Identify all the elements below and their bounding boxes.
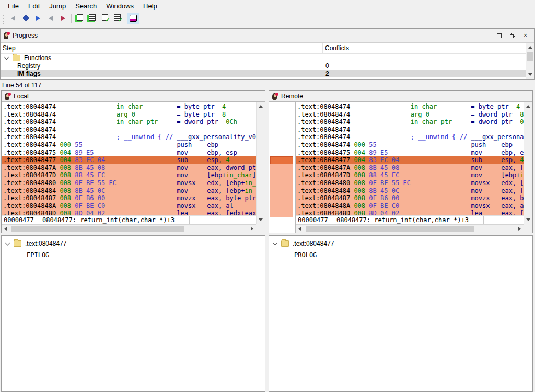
app-icon xyxy=(3,32,10,39)
disasm-line[interactable]: .text:0804848A 008 0F BE C0 movsx eax, a… xyxy=(2,202,256,210)
nav-sphere-icon[interactable] xyxy=(19,13,32,24)
progress-tree: Step Conflicts FunctionsRegistry0IM flag… xyxy=(1,42,534,79)
tree-rows: FunctionsRegistry0IM flags2 xyxy=(1,54,534,79)
remote-pane-title: Remote xyxy=(281,93,303,100)
folder-icon xyxy=(14,240,21,247)
disasm-line[interactable]: .text:0804847D 008 88 45 FC mov [ebp+in_… xyxy=(296,171,524,179)
disasm-line[interactable]: .text:0804848D 008 8D 04 02 lea eax, [ed… xyxy=(2,210,256,215)
remote-status-bar: 00000477 08048477: return_int(char,char … xyxy=(296,215,524,224)
remote-horizontal-scrollbar[interactable] xyxy=(296,224,524,233)
maximize-button[interactable] xyxy=(496,33,502,39)
remote-listing-area[interactable]: .text:08048474 in_char = byte ptr -4.tex… xyxy=(296,102,532,233)
column-conflicts[interactable]: Conflicts xyxy=(323,43,351,53)
chevron-down-icon[interactable] xyxy=(4,54,9,60)
disasm-line[interactable]: .text:08048477 004 83 EC 04 sub esp, 4 xyxy=(2,156,256,164)
disasm-line[interactable]: .text:08048484 008 8B 45 0C mov eax, [eb… xyxy=(296,187,524,195)
toolbar-separator xyxy=(71,14,72,23)
disasm-line[interactable]: .text:0804847A 008 8B 45 08 mov eax, [eb… xyxy=(296,164,524,172)
disasm-line[interactable]: .text:08048474 000 55 push ebp xyxy=(296,141,524,149)
disasm-line[interactable]: .text:08048474 in_char = byte ptr -4 xyxy=(2,103,256,111)
local-listing-area[interactable]: .text:08048474 in_char = byte ptr -4.tex… xyxy=(2,102,265,233)
disasm-line[interactable]: .text:08048474 ; __unwind { // ___gxx_pe… xyxy=(2,133,256,141)
remote-prolog-pane: .text:08048477 PROLOG xyxy=(269,235,533,392)
progress-title-bar[interactable]: Progress × xyxy=(1,29,534,42)
disasm-line[interactable]: .text:08048477 004 83 EC 04 sub esp, 4 xyxy=(296,156,524,164)
disasm-line[interactable]: .text:0804848A 008 0F BE C0 movsx eax, a… xyxy=(296,202,524,210)
disasm-line[interactable]: .text:08048475 004 89 E5 mov ebp, esp xyxy=(296,149,524,157)
disasm-line[interactable]: .text:08048474 in_char_ptr = dword ptr 0… xyxy=(296,118,524,126)
restore-button[interactable] xyxy=(509,33,515,39)
folder-icon xyxy=(13,55,20,61)
local-status-bar: 00000477 08048477: return_int(char,char … xyxy=(2,215,256,224)
merge-window-icon[interactable] xyxy=(127,13,139,24)
prev-arrow-icon[interactable] xyxy=(44,13,57,24)
disasm-line[interactable]: .text:08048474 xyxy=(296,126,524,134)
disasm-line[interactable]: .text:08048474 000 55 push ebp xyxy=(2,141,256,149)
tree-header[interactable]: Step Conflicts xyxy=(1,43,534,54)
local-pane-header[interactable]: Local xyxy=(2,91,265,102)
disasm-line[interactable]: .text:08048474 arg_0 = byte ptr 8 xyxy=(2,111,256,119)
disasm-line[interactable]: .text:08048480 008 0F BE 55 FC movsx edx… xyxy=(2,179,256,187)
toolbar: ✓ ✓ xyxy=(0,11,535,25)
ida-merge-app: FileEditJumpSearchWindowsHelp ✓ ✓ Progre… xyxy=(0,0,535,392)
listing-remote: .text:08048474 in_char = byte ptr -4.tex… xyxy=(296,103,524,215)
diff-panes: Local .text:08048474 in_char = byte ptr … xyxy=(0,90,535,233)
menu-file[interactable]: File xyxy=(3,1,24,11)
disasm-line[interactable]: .text:08048475 004 89 E5 mov ebp, esp xyxy=(2,149,256,157)
line-status: Line 54 of 117 xyxy=(0,80,535,90)
toolbar-drag-handle[interactable] xyxy=(3,13,5,24)
tree-row-registry[interactable]: Registry0 xyxy=(1,62,534,70)
listing-local: .text:08048474 in_char = byte ptr -4.tex… xyxy=(2,103,256,215)
disasm-line[interactable]: .text:08048474 xyxy=(2,126,256,134)
conflicts-count: 2 xyxy=(323,70,329,77)
diff-marker-block[interactable] xyxy=(270,164,293,217)
local-node-label[interactable]: .text:08048477 xyxy=(25,240,66,247)
folder-icon xyxy=(281,240,289,247)
tree-row-functions[interactable]: Functions xyxy=(1,54,534,62)
close-icon[interactable]: × xyxy=(522,33,528,39)
disasm-line[interactable]: .text:08048474 in_char_ptr = dword ptr 0… xyxy=(2,118,256,126)
menu-edit[interactable]: Edit xyxy=(24,1,44,11)
forward-arrow-icon[interactable] xyxy=(32,13,44,24)
document-check-icon[interactable]: ✓ xyxy=(98,13,111,24)
column-step[interactable]: Step xyxy=(1,43,323,53)
local-vertical-scrollbar[interactable] xyxy=(256,102,265,224)
menu-windows[interactable]: Windows xyxy=(101,1,138,11)
list-icon[interactable] xyxy=(86,13,98,24)
disasm-line[interactable]: .text:08048484 008 8B 45 0C mov eax, [eb… xyxy=(2,187,256,195)
diff-marker-current[interactable] xyxy=(270,156,293,164)
disasm-line[interactable]: .text:08048474 ; __unwind { // ___gxx_pe… xyxy=(296,133,524,141)
local-node-child[interactable]: EPILOG xyxy=(27,251,265,259)
disasm-line[interactable]: .text:0804847A 008 8B 45 08 mov eax, dwo… xyxy=(2,164,256,172)
disasm-line[interactable]: .text:08048487 008 0F B6 00 movzx eax, b… xyxy=(296,194,524,202)
remote-pane: Remote .text:08048474 in_char = byte ptr… xyxy=(269,90,533,233)
menu-bar: FileEditJumpSearchWindowsHelp xyxy=(0,0,535,11)
tree-row-im-flags[interactable]: IM flags2 xyxy=(1,70,534,77)
tree-vertical-scrollbar[interactable] xyxy=(526,43,534,79)
tree-row-label: IM flags xyxy=(17,70,41,77)
app-icon xyxy=(4,93,11,100)
toolbar-separator xyxy=(125,14,125,23)
disasm-line[interactable]: .text:08048487 008 0F B6 00 movzx eax, b… xyxy=(2,194,256,202)
remote-pane-header[interactable]: Remote xyxy=(269,91,532,102)
menu-help[interactable]: Help xyxy=(138,1,162,11)
remote-node-label[interactable]: .text:08048477 xyxy=(293,240,334,247)
local-pane: Local .text:08048474 in_char = byte ptr … xyxy=(1,90,265,233)
next-arrow-icon[interactable] xyxy=(57,13,69,24)
back-arrow-icon[interactable] xyxy=(7,13,19,24)
disasm-line[interactable]: .text:08048480 008 0F BE 55 FC movsx edx… xyxy=(296,179,524,187)
chevron-down-icon[interactable] xyxy=(273,240,278,246)
menu-search[interactable]: Search xyxy=(71,1,101,11)
remote-node-child[interactable]: PROLOG xyxy=(294,251,532,259)
disasm-line[interactable]: .text:0804848D 008 8D 04 02 lea eax, [ed… xyxy=(296,210,524,215)
disasm-line[interactable]: .text:08048474 arg_0 = dword ptr 8 xyxy=(296,111,524,119)
document-icon[interactable] xyxy=(73,13,86,24)
menu-jump[interactable]: Jump xyxy=(44,1,71,11)
chevron-down-icon[interactable] xyxy=(5,240,10,246)
disasm-line[interactable]: .text:08048474 in_char = byte ptr -4 xyxy=(296,103,524,111)
disasm-line[interactable]: .text:0804847D 008 88 45 FC mov [ebp+in_… xyxy=(2,171,256,179)
list-check-icon[interactable]: ✓ xyxy=(111,13,123,24)
remote-vertical-scrollbar[interactable] xyxy=(524,102,532,224)
local-horizontal-scrollbar[interactable] xyxy=(2,224,256,233)
diff-gutter[interactable] xyxy=(269,102,296,233)
